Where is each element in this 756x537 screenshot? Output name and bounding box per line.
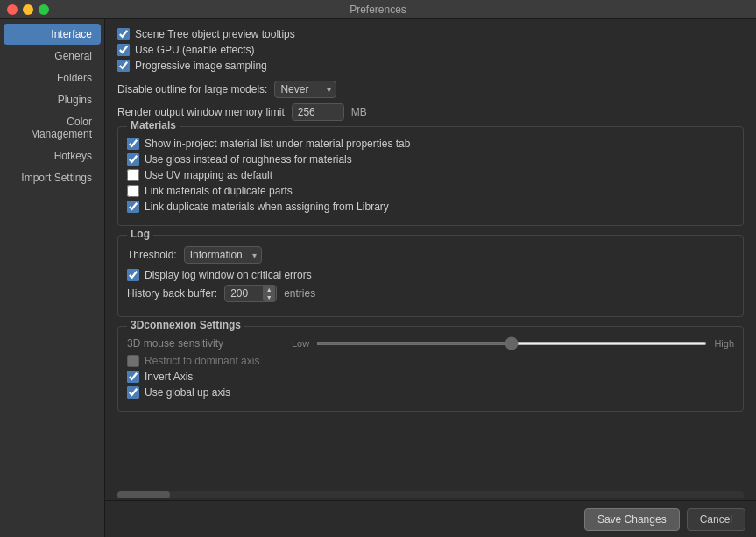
check-row-scene-tree: Scene Tree object preview tooltips <box>117 28 744 40</box>
scene-tree-tooltips-checkbox[interactable] <box>117 28 130 40</box>
top-checkboxes-section: Scene Tree object preview tooltips Use G… <box>117 28 744 72</box>
sidebar-item-general[interactable]: General <box>4 46 101 67</box>
disable-outline-select-wrapper: Never Always Low Medium High <box>274 81 336 98</box>
window-controls <box>7 4 49 15</box>
display-log-window-checkbox[interactable] <box>127 269 139 281</box>
check-row-use-gloss: Use gloss instead of roughness for mater… <box>127 153 734 166</box>
sensitivity-high-label: High <box>714 338 734 349</box>
use-global-up-label[interactable]: Use global up axis <box>145 386 230 399</box>
title-bar: Preferences <box>0 0 756 19</box>
link-materials-duplicate-label[interactable]: Link materials of duplicate parts <box>145 185 293 197</box>
check-row-link-materials-dup: Link materials of duplicate parts <box>127 185 734 197</box>
window-title: Preferences <box>350 4 406 16</box>
show-material-list-label[interactable]: Show in-project material list under mate… <box>145 138 410 150</box>
link-duplicate-materials-checkbox[interactable] <box>127 201 139 213</box>
scrollbar-thumb[interactable] <box>117 491 170 498</box>
sidebar-item-color-management[interactable]: Color Management <box>4 111 101 145</box>
use-gloss-checkbox[interactable] <box>127 153 139 166</box>
spinner-buttons: ▲ ▼ <box>263 285 275 302</box>
sidebar-item-interface[interactable]: Interface <box>4 24 101 45</box>
threshold-row: Threshold: Debug Information Warning Err… <box>127 246 734 264</box>
check-row-global-up: Use global up axis <box>127 386 734 399</box>
threshold-label: Threshold: <box>127 249 177 261</box>
render-output-label: Render output window memory limit <box>117 106 285 118</box>
sidebar-item-folders[interactable]: Folders <box>4 67 101 88</box>
log-section: Log Threshold: Debug Information Warning… <box>117 235 744 317</box>
maximize-button[interactable] <box>39 4 49 15</box>
invert-axis-checkbox[interactable] <box>127 371 139 383</box>
history-buffer-row: History back buffer: ▲ ▼ entries <box>127 285 734 302</box>
save-changes-button[interactable]: Save Changes <box>584 508 680 531</box>
use-uv-mapping-label[interactable]: Use UV mapping as default <box>145 169 272 181</box>
check-row-invert-axis: Invert Axis <box>127 371 734 383</box>
close-button[interactable] <box>7 4 18 15</box>
check-row-display-log: Display log window on critical errors <box>127 269 734 281</box>
spinner-up-button[interactable]: ▲ <box>263 286 275 293</box>
use-gloss-label[interactable]: Use gloss instead of roughness for mater… <box>145 153 352 166</box>
restrict-dominant-label[interactable]: Restrict to dominant axis <box>145 355 259 367</box>
use-global-up-checkbox[interactable] <box>127 386 139 399</box>
threshold-select-wrapper: Debug Information Warning Error Critical <box>184 246 262 264</box>
render-output-row: Render output window memory limit MB <box>117 103 744 121</box>
threshold-select[interactable]: Debug Information Warning Error Critical <box>184 246 262 264</box>
use-gpu-checkbox[interactable] <box>117 44 130 56</box>
sidebar: Interface General Folders Plugins Color … <box>0 19 105 537</box>
log-section-title: Log <box>127 228 153 240</box>
sensitivity-slider[interactable] <box>316 342 707 345</box>
scene-tree-tooltips-label[interactable]: Scene Tree object preview tooltips <box>135 28 295 40</box>
materials-section-content: Show in-project material list under mate… <box>127 138 734 213</box>
horizontal-scrollbar[interactable] <box>117 491 744 498</box>
scroll-area[interactable]: Scene Tree object preview tooltips Use G… <box>105 19 756 490</box>
minimize-button[interactable] <box>23 4 33 15</box>
use-uv-mapping-checkbox[interactable] <box>127 169 139 181</box>
cancel-button[interactable]: Cancel <box>687 508 745 531</box>
sidebar-item-hotkeys[interactable]: Hotkeys <box>4 145 101 166</box>
main-content: Scene Tree object preview tooltips Use G… <box>105 19 756 537</box>
check-row-progressive: Progressive image sampling <box>117 60 744 72</box>
footer-bar: Save Changes Cancel <box>105 500 756 537</box>
sensitivity-low-label: Low <box>292 338 309 349</box>
check-row-link-dup-materials: Link duplicate materials when assigning … <box>127 201 734 213</box>
check-row-show-material-list: Show in-project material list under mate… <box>127 138 734 150</box>
invert-axis-label[interactable]: Invert Axis <box>145 371 193 383</box>
render-output-unit: MB <box>351 106 367 118</box>
sensitivity-label: 3D mouse sensitivity <box>127 337 285 350</box>
link-duplicate-materials-label[interactable]: Link duplicate materials when assigning … <box>145 201 389 213</box>
render-output-input[interactable] <box>292 103 344 121</box>
restrict-dominant-checkbox[interactable] <box>127 355 139 367</box>
log-section-content: Threshold: Debug Information Warning Err… <box>127 246 734 302</box>
connexion-section: 3Dconnexion Settings 3D mouse sensitivit… <box>117 326 744 412</box>
show-material-list-checkbox[interactable] <box>127 138 139 150</box>
check-row-uv-mapping: Use UV mapping as default <box>127 169 734 181</box>
use-gpu-label[interactable]: Use GPU (enable effects) <box>135 44 255 56</box>
progressive-sampling-label[interactable]: Progressive image sampling <box>135 60 267 72</box>
progressive-sampling-checkbox[interactable] <box>117 60 130 72</box>
disable-outline-row: Disable outline for large models: Never … <box>117 81 744 98</box>
display-log-window-label[interactable]: Display log window on critical errors <box>145 269 312 281</box>
connexion-section-content: 3D mouse sensitivity Low High Restrict t… <box>127 337 734 399</box>
history-buffer-spinner: ▲ ▼ <box>224 285 277 302</box>
history-buffer-suffix: entries <box>284 287 315 300</box>
link-materials-duplicate-checkbox[interactable] <box>127 185 139 197</box>
check-row-restrict-dominant: Restrict to dominant axis <box>127 355 734 367</box>
materials-section: Materials Show in-project material list … <box>117 126 744 226</box>
sidebar-item-import-settings[interactable]: Import Settings <box>4 167 101 188</box>
history-buffer-label: History back buffer: <box>127 287 217 300</box>
sensitivity-row: 3D mouse sensitivity Low High <box>127 337 734 350</box>
materials-section-title: Materials <box>127 119 180 131</box>
connexion-section-title: 3Dconnexion Settings <box>127 319 244 331</box>
sidebar-item-plugins[interactable]: Plugins <box>4 89 101 110</box>
disable-outline-select[interactable]: Never Always Low Medium High <box>274 81 336 98</box>
spinner-down-button[interactable]: ▼ <box>263 293 275 301</box>
check-row-gpu: Use GPU (enable effects) <box>117 44 744 56</box>
disable-outline-label: Disable outline for large models: <box>117 83 267 95</box>
